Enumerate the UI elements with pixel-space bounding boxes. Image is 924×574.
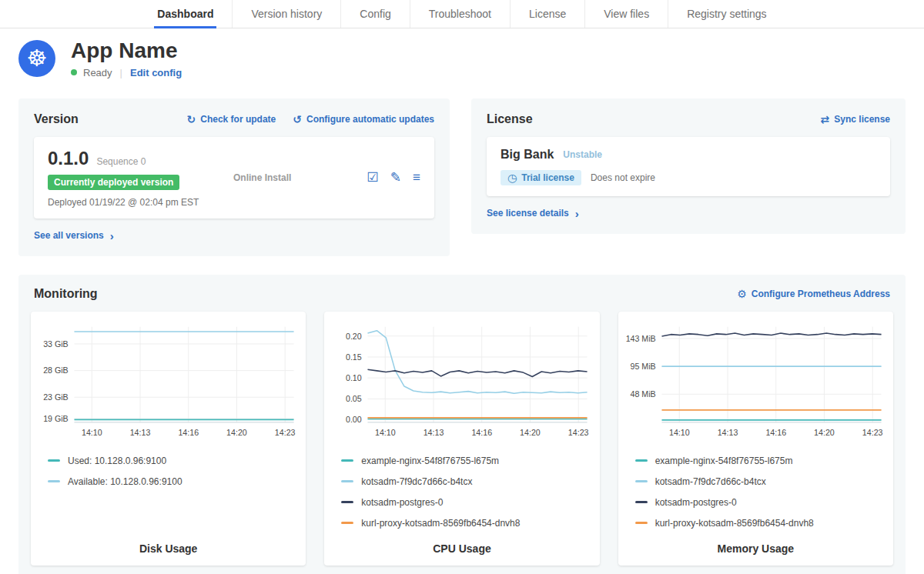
svg-text:48 MiB: 48 MiB	[630, 389, 655, 399]
tab-license[interactable]: License	[510, 0, 584, 28]
legend-item: kurl-proxy-kotsadm-8569fb6454-dnvh8	[341, 518, 593, 529]
legend-color-dash	[341, 522, 353, 524]
tab-view-files[interactable]: View files	[584, 0, 668, 28]
tab-dashboard[interactable]: Dashboard	[139, 0, 232, 28]
configure-automatic-updates-label: Configure automatic updates	[306, 114, 434, 125]
legend-label: kurl-proxy-kotsadm-8569fb6454-dnvh8	[655, 518, 814, 529]
svg-text:95 MiB: 95 MiB	[630, 362, 655, 371]
clock-icon: ◷	[507, 172, 517, 183]
legend-color-dash	[635, 459, 648, 462]
memory-usage-chart-card: 143 MiB95 MiB48 MiB14:1014:1314:1614:201…	[618, 312, 893, 566]
svg-text:14:10: 14:10	[669, 428, 690, 437]
svg-text:14:16: 14:16	[472, 428, 493, 437]
svg-text:14:16: 14:16	[765, 428, 786, 437]
configure-automatic-updates-link[interactable]: ↺ Configure automatic updates	[293, 114, 434, 125]
trial-license-label: Trial license	[521, 172, 574, 183]
legend-color-dash	[341, 480, 353, 482]
legend-label: Available: 10.128.0.96:9100	[68, 476, 182, 487]
svg-text:14:16: 14:16	[178, 428, 199, 437]
license-name: Big Bank	[500, 148, 554, 162]
legend-color-dash	[635, 480, 648, 482]
legend-label: Used: 10.128.0.96:9100	[68, 456, 166, 466]
legend-item: example-nginx-54f8f76755-l675m	[635, 456, 887, 466]
preflight-checks-icon[interactable]: ☑	[367, 171, 379, 184]
helm-wheel-glyph: ☸	[27, 47, 48, 70]
legend-item: kurl-proxy-kotsadm-8569fb6454-dnvh8	[635, 518, 887, 529]
gear-icon: ⚙	[737, 289, 747, 299]
see-license-details-label: See license details	[487, 208, 569, 219]
svg-text:14:20: 14:20	[226, 428, 247, 437]
release-notes-icon[interactable]: ≡	[413, 171, 420, 184]
monitoring-panel: Monitoring ⚙ Configure Prometheus Addres…	[18, 275, 906, 574]
svg-text:14:23: 14:23	[275, 428, 296, 437]
chart-title: Disk Usage	[37, 536, 300, 555]
license-channel: Unstable	[563, 149, 602, 160]
memory-usage-chart: 143 MiB95 MiB48 MiB14:1014:1314:1614:201…	[624, 321, 887, 446]
legend-label: example-nginx-54f8f76755-l675m	[361, 456, 499, 466]
kubernetes-logo-icon: ☸	[18, 40, 55, 77]
svg-text:14:10: 14:10	[375, 428, 396, 437]
see-license-details-link[interactable]: See license details ›	[487, 207, 579, 220]
tab-troubleshoot[interactable]: Troubleshoot	[410, 0, 510, 28]
svg-text:0.20: 0.20	[346, 331, 362, 340]
legend-label: kotsadm-7f9dc7d66c-b4tcx	[655, 476, 766, 487]
svg-text:14:20: 14:20	[520, 428, 541, 437]
license-panel-title: License	[487, 112, 533, 126]
top-nav: Dashboard Version history Config Trouble…	[0, 0, 924, 28]
license-card: Big Bank Unstable ◷ Trial license Does n…	[487, 137, 890, 196]
monitoring-title: Monitoring	[34, 287, 98, 301]
sync-license-label: Sync license	[834, 114, 890, 125]
version-panel-title: Version	[34, 112, 79, 126]
disk-usage-chart: 33 GiB28 GiB23 GiB19 GiB14:1014:1314:161…	[37, 321, 300, 446]
sync-license-link[interactable]: ⇄ Sync license	[821, 114, 890, 125]
legend-item: Used: 10.128.0.96:9100	[48, 456, 300, 466]
chevron-right-icon: ›	[575, 207, 579, 220]
deployed-timestamp: Deployed 01/19/22 @ 02:04 pm EST	[48, 197, 221, 208]
tab-config[interactable]: Config	[340, 0, 409, 28]
legend-item: kotsadm-7f9dc7d66c-b4tcx	[635, 476, 887, 487]
legend-color-dash	[48, 480, 60, 482]
legend-color-dash	[48, 459, 60, 462]
license-expiry: Does not expire	[591, 172, 655, 183]
auto-update-icon: ↺	[293, 114, 302, 125]
status-row: Ready | Edit config	[71, 67, 182, 78]
svg-text:14:13: 14:13	[717, 428, 738, 437]
tab-registry-settings[interactable]: Registry settings	[668, 0, 785, 28]
edit-config-link[interactable]: Edit config	[130, 67, 182, 78]
disk-usage-legend: Used: 10.128.0.96:9100Available: 10.128.…	[48, 456, 300, 487]
legend-item: kotsadm-7f9dc7d66c-b4tcx	[341, 476, 593, 487]
version-number: 0.1.0	[48, 148, 89, 169]
configure-prometheus-link[interactable]: ⚙ Configure Prometheus Address	[737, 289, 890, 299]
currently-deployed-badge: Currently deployed version	[48, 175, 179, 190]
sync-icon: ⇄	[821, 114, 830, 125]
check-for-update-link[interactable]: ↻ Check for update	[187, 114, 276, 125]
tab-version-history[interactable]: Version history	[232, 0, 340, 28]
svg-text:143 MiB: 143 MiB	[625, 334, 655, 343]
chevron-right-icon: ›	[110, 229, 114, 242]
svg-text:0.00: 0.00	[346, 415, 362, 424]
svg-text:0.15: 0.15	[346, 352, 362, 362]
cpu-usage-legend: example-nginx-54f8f76755-l675mkotsadm-7f…	[341, 456, 593, 529]
status-dot	[71, 69, 77, 75]
svg-text:0.05: 0.05	[346, 394, 362, 403]
svg-text:14:10: 14:10	[82, 428, 102, 437]
svg-text:14:13: 14:13	[130, 428, 151, 437]
legend-label: kotsadm-postgres-0	[655, 497, 737, 508]
configure-prometheus-label: Configure Prometheus Address	[752, 289, 890, 299]
version-sequence: Sequence 0	[96, 156, 146, 167]
legend-color-dash	[341, 501, 353, 503]
legend-label: example-nginx-54f8f76755-l675m	[655, 456, 793, 466]
legend-label: kurl-proxy-kotsadm-8569fb6454-dnvh8	[361, 518, 520, 529]
memory-usage-legend: example-nginx-54f8f76755-l675mkotsadm-7f…	[635, 456, 887, 529]
see-all-versions-link[interactable]: See all versions ›	[34, 229, 114, 242]
check-for-update-label: Check for update	[200, 114, 276, 125]
svg-text:14:20: 14:20	[814, 428, 835, 437]
legend-item: kotsadm-postgres-0	[341, 497, 593, 508]
app-header: ☸ App Name Ready | Edit config	[18, 39, 906, 78]
divider: |	[119, 67, 124, 78]
svg-text:14:23: 14:23	[568, 428, 589, 437]
edit-config-icon[interactable]: ✎	[390, 171, 401, 184]
cpu-usage-chart-card: 0.200.150.100.050.0014:1014:1314:1614:20…	[324, 312, 599, 566]
svg-text:33 GiB: 33 GiB	[43, 339, 69, 349]
svg-text:23 GiB: 23 GiB	[43, 392, 69, 402]
